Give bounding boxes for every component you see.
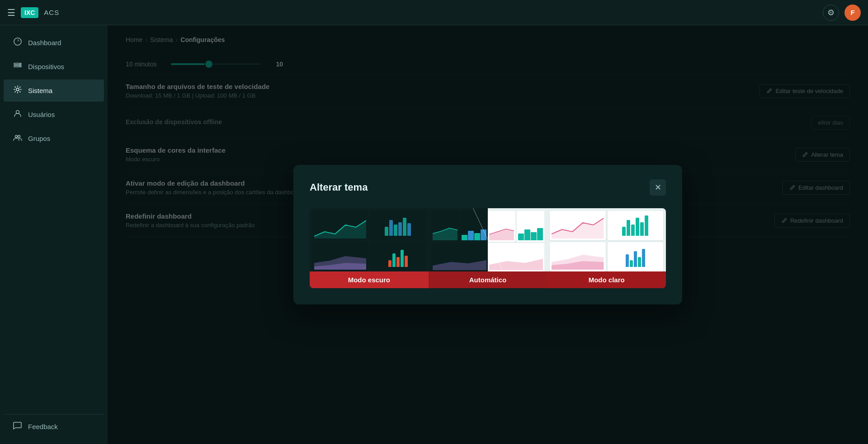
theme-option-light[interactable]: Modo claro [547,208,666,288]
theme-option-dark[interactable]: Modo escuro [310,208,429,288]
svg-marker-9 [314,220,366,238]
usuarios-icon [13,109,23,120]
sidebar-item-dispositivos[interactable]: Dispositivos [4,56,104,78]
svg-point-5 [16,88,19,91]
modal-overlay[interactable]: Alterar tema ✕ [108,25,868,444]
sidebar-item-sistema[interactable]: Sistema [4,79,104,102]
topbar: ☰ IXC ACS ⚙ F [0,0,868,25]
svg-point-4 [19,66,20,67]
modal-close-button[interactable]: ✕ [650,179,666,196]
dispositivos-icon [13,61,23,72]
settings-icon-button[interactable]: ⚙ [823,5,839,21]
theme-modal: Alterar tema ✕ [293,165,682,304]
modal-header: Alterar tema ✕ [310,179,666,196]
sidebar-label-dispositivos: Dispositivos [28,63,64,70]
svg-marker-13 [433,260,486,270]
theme-option-auto[interactable]: Automático [429,208,547,288]
light-theme-preview [547,208,666,271]
sidebar-label-sistema: Sistema [28,87,52,94]
sidebar-item-dashboard[interactable]: Dashboard [4,32,104,54]
feedback-label: Feedback [28,423,58,430]
feedback-icon [13,421,23,432]
logo-text: ACS [44,9,59,16]
dark-theme-label: Modo escuro [310,271,429,288]
sidebar-feedback-button[interactable]: Feedback [4,414,104,439]
sidebar-item-usuarios[interactable]: Usuários [4,103,104,126]
modal-title: Alterar tema [310,182,368,193]
dark-theme-preview [310,208,429,271]
content-area: Home › Sistema › Configurações 10 minuto… [108,25,868,444]
theme-options: Modo escuro [310,208,666,288]
sistema-icon [13,85,23,96]
main-layout: Dashboard Dispositivos Sistema [0,25,868,444]
svg-point-8 [18,136,20,138]
sidebar-label-dashboard: Dashboard [28,39,61,47]
topbar-left: ☰ IXC ACS [7,7,59,18]
svg-marker-17 [552,218,604,238]
logo-box: IXC [21,7,38,18]
grupos-icon [13,133,23,144]
sidebar-label-usuarios: Usuários [28,111,55,118]
avatar[interactable]: F [844,5,861,21]
light-theme-label: Modo claro [547,271,666,288]
svg-point-3 [19,64,20,65]
sidebar: Dashboard Dispositivos Sistema [0,25,108,444]
auto-theme-label: Automático [429,271,547,288]
svg-marker-15 [489,259,543,270]
topbar-right: ⚙ F [823,5,861,21]
dashboard-icon [13,37,23,48]
svg-point-7 [15,136,18,138]
auto-theme-preview [429,208,547,271]
sidebar-item-grupos[interactable]: Grupos [4,127,104,150]
hamburger-icon[interactable]: ☰ [7,7,15,18]
sidebar-label-grupos: Grupos [28,135,50,142]
